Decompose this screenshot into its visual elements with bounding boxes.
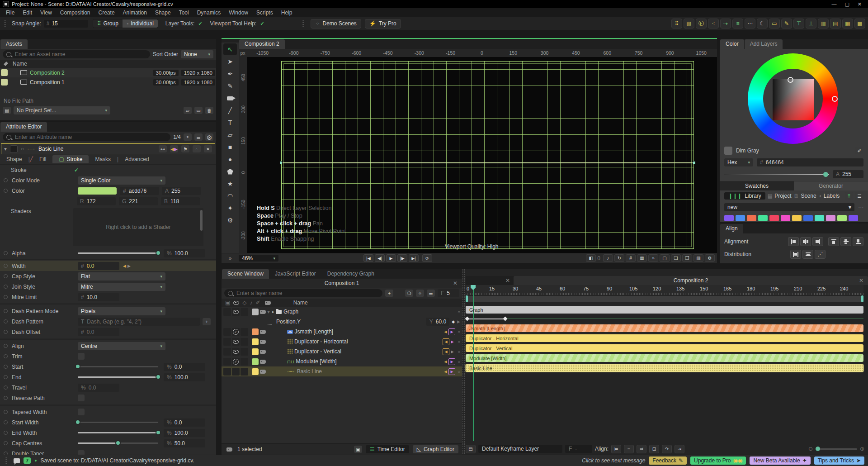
project-icon[interactable]: ▤	[3, 107, 11, 114]
folder-icon[interactable]: ▱	[184, 107, 192, 114]
prev-frame-button[interactable]: ◀|	[375, 254, 385, 262]
direct-select-tool[interactable]: ➤	[223, 56, 237, 67]
eyedropper-icon[interactable]: ✐	[256, 300, 260, 306]
trash-icon[interactable]: 🗑	[205, 107, 213, 114]
track-bar-jsmath[interactable]: Jsmath [Length]	[466, 324, 863, 332]
upgrade-to-pro-button[interactable]: Upgrade to Pro◉◉	[690, 456, 746, 465]
palette-swatch[interactable]	[769, 215, 779, 221]
start-slider[interactable]	[78, 366, 158, 367]
arc-tool[interactable]: ◠	[223, 190, 237, 202]
check-circle-icon[interactable]: ✓	[233, 359, 239, 365]
visibility-cell[interactable]	[232, 308, 240, 316]
align-layers-icon[interactable]: ≡	[732, 19, 743, 29]
more-chevrons-icon[interactable]: »	[648, 254, 658, 262]
keyframe-dot[interactable]	[4, 375, 8, 379]
keyframe-dot[interactable]	[4, 441, 8, 445]
feedback-button[interactable]: Feedback✎	[649, 456, 687, 465]
dash-pattern-input[interactable]: TDash, Gap (e.g. "4, 2")	[78, 318, 200, 326]
status-message[interactable]: Saved scene to: D:/DATA/AI Creator/Caval…	[41, 457, 194, 464]
pen-tool[interactable]: ✒	[223, 68, 237, 80]
dash-pattern-mode-select[interactable]: Pixels▾	[78, 307, 165, 315]
rows-icon[interactable]: ▤	[830, 19, 841, 29]
expand-chevron-icon[interactable]: ▾	[267, 309, 270, 315]
message-count-badge[interactable]: 7	[24, 457, 31, 464]
toolbar-grip-2[interactable]	[302, 20, 304, 27]
tag-icon[interactable]	[260, 360, 266, 364]
add-layer-icon[interactable]: ＋	[385, 290, 393, 297]
hue-selector[interactable]	[832, 96, 838, 102]
palette-swatch[interactable]	[758, 215, 768, 221]
select-tool[interactable]: ↖	[223, 43, 237, 55]
visibility-cell[interactable]: ✓	[232, 328, 240, 336]
green-field[interactable]: G221	[119, 197, 158, 205]
tag-icon[interactable]	[260, 340, 266, 344]
keyframe-dot[interactable]	[4, 319, 8, 323]
keyframe-dot[interactable]	[4, 420, 8, 424]
palette-swatch[interactable]	[781, 215, 790, 221]
individual-button[interactable]: ▪ Individual	[123, 19, 158, 28]
align-select[interactable]: Centre▾	[78, 342, 165, 350]
shaders-dropzone[interactable]: Right click to add a Shader	[73, 208, 203, 246]
ellipse-tool[interactable]: ●	[223, 153, 237, 165]
scrollbar[interactable]	[200, 210, 203, 231]
keyframe-diamond[interactable]	[503, 317, 508, 321]
tab-fill[interactable]: Fill	[33, 155, 52, 163]
eye-icon[interactable]	[233, 301, 239, 305]
menu-dynamics[interactable]: Dynamics	[193, 10, 225, 16]
tab-dependency-graph[interactable]: Dependency Graph	[322, 269, 380, 279]
tag-icon[interactable]	[260, 310, 266, 314]
demo-scenes-button[interactable]: ⁘ Demo Scenes	[311, 19, 361, 29]
message-log-icon[interactable]	[14, 458, 20, 463]
selected-basic-line[interactable]	[281, 162, 694, 163]
scene-tab[interactable]: 🗎Scene	[794, 193, 816, 199]
line-start-handle[interactable]	[279, 161, 283, 164]
add-icon[interactable]: ＋	[203, 318, 211, 325]
keyframe-dot[interactable]	[4, 295, 8, 299]
assets-tab[interactable]: Assets	[0, 39, 28, 49]
snap-angle-input[interactable]: # 15	[44, 20, 88, 28]
sv-selector[interactable]	[788, 77, 793, 83]
track-bar-modulate[interactable]: Modulate [Width]	[466, 354, 863, 362]
tab-shape[interactable]: Shape	[0, 155, 28, 163]
menu-scripts[interactable]: Scripts	[252, 10, 277, 16]
solo-cell[interactable]	[241, 348, 248, 356]
menu-file[interactable]: File	[2, 10, 19, 16]
layer-name[interactable]: Jsmath [Length]	[295, 328, 333, 335]
collapse-chevron-icon[interactable]: ▾	[4, 146, 7, 152]
onion-skin-icon[interactable]: ◧	[586, 254, 596, 262]
layer-tools-check-icon[interactable]: ✓	[198, 20, 203, 27]
toolbar-grip[interactable]	[4, 20, 6, 27]
solo-cell[interactable]	[241, 368, 248, 376]
lock-cell[interactable]	[223, 358, 231, 366]
refresh-icon[interactable]: ↻	[614, 254, 624, 262]
clear-search-icon[interactable]: ⨂	[205, 133, 213, 141]
align-top-icon[interactable]: ⊤	[793, 19, 804, 29]
palette-swatch[interactable]	[815, 215, 824, 221]
table-icon[interactable]: ▩	[854, 19, 865, 29]
cap-style-select[interactable]: Flat▾	[78, 272, 165, 281]
tips-and-tricks-button[interactable]: Tips and Tricks➤	[814, 456, 864, 465]
keyframe-dot[interactable]	[4, 396, 8, 400]
scatter-icon[interactable]: ⁖	[708, 19, 719, 29]
current-color-swatch[interactable]	[724, 147, 732, 155]
layer-color-swatch[interactable]	[252, 348, 259, 355]
layer-name[interactable]: Basic Line	[297, 368, 322, 375]
output-connection-icon[interactable]: ▶	[448, 368, 455, 375]
asset-color-swatch[interactable]	[1, 69, 8, 76]
line-tool[interactable]: ╱	[223, 105, 237, 116]
menu-window[interactable]: Window	[225, 10, 252, 16]
menu-animation[interactable]: Animation	[119, 10, 151, 16]
solo-cell[interactable]	[241, 338, 248, 346]
box-icon[interactable]: ▧	[684, 19, 694, 29]
output-connection-icon[interactable]: ▶	[448, 328, 455, 335]
tag-icon[interactable]	[260, 370, 266, 374]
visibility-circle-icon[interactable]: ○	[21, 146, 24, 152]
distribute-spacing-button[interactable]: ⋰	[815, 250, 826, 259]
asset-color-swatch[interactable]	[1, 79, 8, 86]
reverse-path-checkbox[interactable]	[78, 395, 85, 401]
tab-color[interactable]: Color	[720, 39, 744, 49]
cube-icon[interactable]: ◇	[242, 300, 246, 306]
zoom-select[interactable]: 46%▾	[239, 255, 278, 262]
connection-circle[interactable]: ○	[458, 359, 460, 364]
eyedropper-icon[interactable]	[4, 62, 8, 66]
